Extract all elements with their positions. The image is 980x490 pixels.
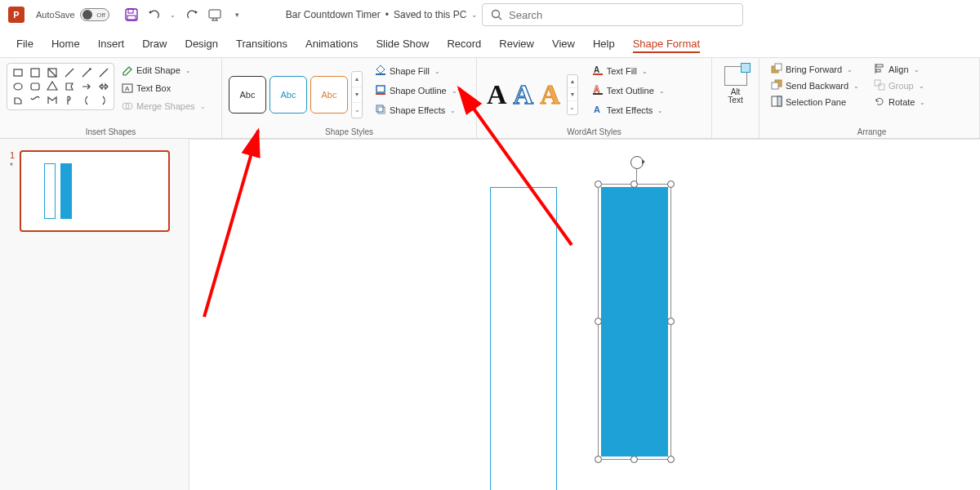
shape-style-gallery[interactable]: Abc Abc Abc ▴▾⌄ <box>229 63 363 126</box>
svg-point-16 <box>14 83 22 90</box>
tab-transitions[interactable]: Transitions <box>236 34 287 53</box>
undo-dropdown-icon[interactable]: ⌄ <box>170 7 176 22</box>
shape-outline-icon <box>375 84 386 97</box>
group-shape-styles: Abc Abc Abc ▴▾⌄ Shape Fill⌄ Shape Outlin… <box>222 58 477 138</box>
shape-effects-button[interactable]: Shape Effects⌄ <box>372 102 460 118</box>
rectangle-shape-outline[interactable] <box>490 187 557 490</box>
tab-insert[interactable]: Insert <box>98 34 125 53</box>
text-effects-button[interactable]: AText Effects⌄ <box>590 102 667 118</box>
style-gallery-scroll[interactable]: ▴▾⌄ <box>351 71 363 118</box>
group-label-insert-shapes: Insert Shapes <box>7 126 215 136</box>
group-label-arrange: Arrange <box>771 126 973 136</box>
svg-rect-30 <box>593 93 603 95</box>
tab-animations[interactable]: Animations <box>305 34 358 53</box>
alt-text-icon <box>724 66 747 86</box>
undo-icon[interactable] <box>147 7 162 22</box>
svg-text:A: A <box>594 85 599 94</box>
svg-line-13 <box>65 69 74 77</box>
text-effects-icon: A <box>592 104 604 117</box>
text-outline-icon: A <box>592 84 604 97</box>
bring-forward-button[interactable]: Bring Forward⌄ <box>771 63 859 76</box>
shape-style-preset-3[interactable]: Abc <box>310 76 348 114</box>
slide-thumbnail-1[interactable] <box>20 150 170 232</box>
slide-thumbnail-panel[interactable]: 1 * <box>0 139 189 490</box>
svg-line-14 <box>82 69 91 77</box>
powerpoint-logo-icon: P <box>8 7 24 23</box>
merge-shapes-icon <box>122 100 133 112</box>
tab-draw[interactable]: Draw <box>142 34 167 53</box>
selection-handle[interactable] <box>630 456 638 463</box>
wordart-preset-3[interactable]: A <box>540 79 560 110</box>
svg-rect-38 <box>777 96 782 106</box>
svg-rect-36 <box>772 82 778 89</box>
text-outline-button[interactable]: AText Outline⌄ <box>590 82 667 99</box>
tab-design[interactable]: Design <box>185 34 218 53</box>
animation-indicator-icon: * <box>10 162 15 171</box>
autosave-toggle[interactable]: AutoSave Off <box>36 8 113 21</box>
slide-canvas[interactable] <box>189 139 980 490</box>
save-icon[interactable] <box>124 7 139 22</box>
group-alt-text: Alt Text Accessibility <box>712 58 760 138</box>
svg-rect-34 <box>775 64 782 70</box>
shape-style-preset-2[interactable]: Abc <box>270 76 307 114</box>
ribbon: Edit Shape⌄ A Text Box Merge Shapes⌄ Ins… <box>0 57 980 139</box>
selection-handle[interactable] <box>595 456 602 463</box>
tab-review[interactable]: Review <box>499 34 534 53</box>
svg-rect-26 <box>378 107 385 114</box>
text-box-icon: A <box>122 82 133 94</box>
wordart-preset-1[interactable]: A <box>487 79 507 110</box>
tab-slideshow[interactable]: Slide Show <box>376 34 429 53</box>
start-from-beginning-icon[interactable] <box>207 7 222 22</box>
document-title[interactable]: Bar Countdown Timer • Saved to this PC ⌄ <box>286 9 479 20</box>
alt-text-button[interactable]: Alt Text <box>720 66 751 105</box>
tab-file[interactable]: File <box>16 34 33 53</box>
group-icon <box>874 79 885 92</box>
tab-record[interactable]: Record <box>447 34 481 53</box>
selection-pane-button[interactable]: Selection Pane <box>771 96 859 109</box>
tab-help[interactable]: Help <box>593 34 615 53</box>
selection-handle[interactable] <box>595 180 602 188</box>
wordart-gallery-scroll[interactable]: ▴▾⌄ <box>567 74 578 115</box>
svg-line-12 <box>48 69 56 77</box>
selection-handle[interactable] <box>667 180 675 188</box>
tab-shape-format[interactable]: Shape Format <box>633 34 700 53</box>
svg-rect-25 <box>376 105 383 112</box>
send-backward-icon <box>771 79 782 92</box>
wordart-gallery[interactable]: A A A ▴▾⌄ <box>483 63 581 126</box>
redo-icon[interactable] <box>185 7 199 22</box>
svg-rect-9 <box>14 69 22 76</box>
align-button[interactable]: Align⌄ <box>874 63 925 76</box>
wordart-preset-2[interactable]: A <box>514 79 534 110</box>
shape-gallery[interactable] <box>7 63 114 110</box>
rotate-icon <box>874 96 885 109</box>
send-backward-button[interactable]: Send Backward⌄ <box>771 79 859 92</box>
tab-view[interactable]: View <box>552 34 575 53</box>
tab-home[interactable]: Home <box>51 34 80 53</box>
shape-fill-button[interactable]: Shape Fill⌄ <box>372 63 460 79</box>
qat-overflow-icon[interactable]: ▾ <box>230 7 245 22</box>
svg-rect-3 <box>209 10 220 18</box>
selection-handle[interactable] <box>667 456 675 463</box>
edit-shape-button[interactable]: Edit Shape⌄ <box>119 63 208 78</box>
selection-handle[interactable] <box>595 318 602 325</box>
shape-outline-button[interactable]: Shape Outline⌄ <box>372 82 460 99</box>
text-box-button[interactable]: A Text Box <box>119 81 208 96</box>
svg-line-15 <box>100 69 108 77</box>
search-input[interactable] <box>482 3 743 26</box>
group-wordart-styles: A A A ▴▾⌄ AText Fill⌄ AText Outline⌄ ATe… <box>477 58 712 138</box>
rotate-button[interactable]: Rotate⌄ <box>874 96 925 109</box>
selection-pane-icon <box>771 96 782 109</box>
svg-rect-41 <box>876 69 880 72</box>
svg-line-8 <box>499 17 502 20</box>
rotate-handle[interactable] <box>630 156 644 169</box>
svg-text:A: A <box>125 85 130 92</box>
group-arrange: Bring Forward⌄ Send Backward⌄ Selection … <box>760 58 980 138</box>
selection-handle[interactable] <box>667 318 675 325</box>
shape-style-preset-1[interactable]: Abc <box>229 76 266 114</box>
svg-rect-28 <box>593 74 603 75</box>
text-fill-icon: A <box>592 65 604 78</box>
shape-effects-icon <box>375 104 386 117</box>
svg-rect-40 <box>876 65 883 67</box>
align-icon <box>874 63 885 76</box>
text-fill-button[interactable]: AText Fill⌄ <box>590 63 667 79</box>
